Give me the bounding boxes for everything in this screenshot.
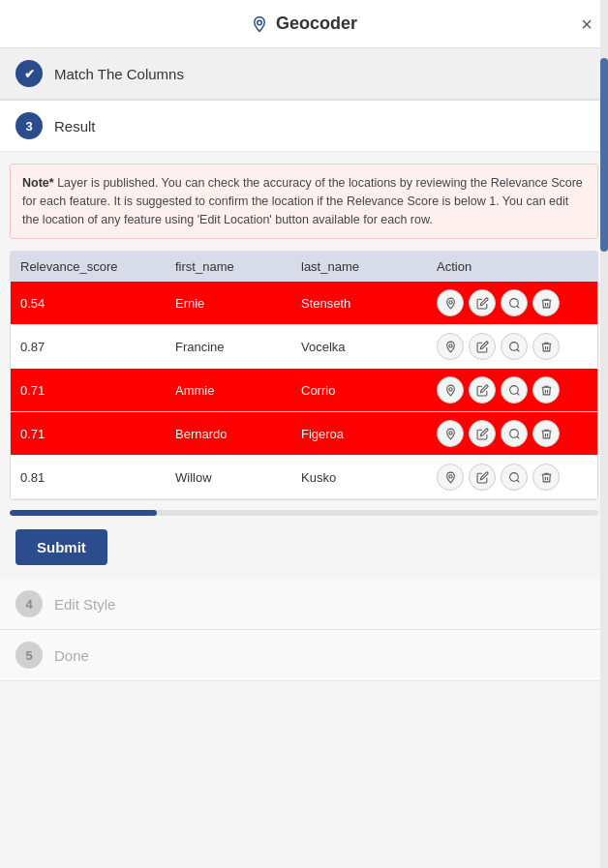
delete-button[interactable] — [532, 376, 560, 404]
scrollbar-thumb[interactable] — [600, 58, 608, 252]
step-match-badge: ✔ — [15, 60, 43, 87]
location-icon — [444, 341, 457, 353]
pencil-icon — [476, 384, 489, 397]
zoom-icon — [508, 341, 521, 353]
delete-button[interactable] — [532, 420, 560, 447]
location-icon — [444, 384, 457, 397]
header-title: Geocoder — [251, 14, 357, 34]
svg-point-11 — [509, 429, 518, 437]
zoom-button[interactable] — [501, 376, 528, 404]
cell-lastname: Kusko — [301, 470, 437, 485]
zoom-icon — [508, 471, 521, 484]
col-relevance: Relevance_score — [20, 259, 175, 274]
zoom-button[interactable] — [501, 333, 528, 360]
edit-button[interactable] — [469, 289, 496, 316]
location-button[interactable] — [437, 289, 464, 316]
table-row: 0.71 Bernardo Figeroa — [11, 412, 597, 456]
svg-point-14 — [509, 472, 518, 481]
action-cell — [437, 376, 588, 404]
action-cell — [437, 333, 588, 360]
step-edit-style-label: Edit Style — [54, 596, 115, 613]
pencil-icon — [476, 297, 489, 310]
delete-button[interactable] — [532, 289, 560, 316]
svg-line-9 — [517, 393, 519, 395]
close-button[interactable]: × — [581, 13, 593, 35]
location-icon — [444, 471, 457, 484]
pencil-icon — [476, 341, 489, 353]
geocoder-icon — [251, 15, 268, 33]
location-button[interactable] — [437, 333, 464, 360]
cell-firstname: Bernardo — [175, 427, 301, 441]
location-button[interactable] — [437, 420, 464, 447]
svg-point-1 — [448, 301, 451, 304]
zoom-button[interactable] — [501, 289, 528, 316]
svg-line-6 — [517, 349, 519, 351]
header: Geocoder × — [0, 0, 608, 48]
col-lastname: last_name — [301, 259, 437, 274]
note-text: Layer is published. You can check the ac… — [22, 176, 583, 226]
action-cell — [437, 420, 588, 447]
svg-point-4 — [448, 344, 451, 347]
cell-lastname: Corrio — [301, 383, 437, 398]
zoom-button[interactable] — [501, 420, 528, 447]
svg-point-5 — [509, 342, 518, 350]
cell-score: 0.81 — [20, 470, 175, 485]
pencil-icon — [476, 471, 489, 484]
table-row: 0.87 Francine Vocelka — [11, 325, 597, 369]
zoom-icon — [508, 297, 521, 310]
step-result: 3 Result — [0, 101, 608, 152]
cell-firstname: Ernie — [175, 296, 301, 311]
cell-firstname: Ammie — [175, 383, 301, 398]
action-cell — [437, 289, 588, 316]
cell-lastname: Figeroa — [301, 427, 437, 441]
table-body: 0.54 Ernie Stenseth 0.87 Franci — [11, 282, 597, 499]
step-result-label: Result — [54, 118, 96, 135]
zoom-button[interactable] — [501, 464, 528, 491]
trash-icon — [540, 297, 553, 310]
action-cell — [437, 464, 588, 491]
step-done: 5 Done — [0, 630, 608, 681]
cell-firstname: Willow — [175, 470, 301, 485]
svg-point-0 — [258, 20, 262, 25]
svg-point-7 — [448, 388, 451, 391]
cell-score: 0.54 — [20, 296, 175, 311]
submit-area: Submit — [0, 516, 608, 579]
svg-point-13 — [448, 475, 451, 478]
step-edit-style: 4 Edit Style — [0, 579, 608, 630]
check-icon: ✔ — [24, 67, 35, 81]
table-header: Relevance_score first_name last_name Act… — [11, 252, 597, 282]
col-action: Action — [437, 259, 588, 274]
submit-button[interactable]: Submit — [15, 529, 107, 565]
trash-icon — [540, 471, 553, 484]
results-table: Relevance_score first_name last_name Act… — [10, 251, 598, 500]
delete-button[interactable] — [532, 464, 560, 491]
scrollbar-track[interactable] — [600, 0, 608, 868]
edit-button[interactable] — [469, 376, 496, 404]
step-done-label: Done — [54, 647, 89, 664]
delete-button[interactable] — [532, 333, 560, 360]
step-edit-style-badge: 4 — [15, 590, 43, 617]
trash-icon — [540, 341, 553, 353]
cell-lastname: Stenseth — [301, 296, 437, 311]
svg-point-10 — [448, 432, 451, 434]
svg-point-8 — [509, 385, 518, 394]
step-result-badge: 3 — [15, 112, 43, 139]
svg-line-15 — [517, 480, 519, 482]
cell-score: 0.71 — [20, 427, 175, 441]
trash-icon — [540, 428, 553, 440]
cell-score: 0.71 — [20, 383, 175, 398]
step-done-badge: 5 — [15, 642, 43, 669]
location-icon — [444, 297, 457, 310]
svg-line-12 — [517, 436, 519, 438]
cell-lastname: Vocelka — [301, 340, 437, 354]
location-button[interactable] — [437, 464, 464, 491]
svg-point-2 — [509, 298, 518, 307]
edit-button[interactable] — [469, 333, 496, 360]
edit-button[interactable] — [469, 420, 496, 447]
col-firstname: first_name — [175, 259, 301, 274]
zoom-icon — [508, 428, 521, 440]
location-button[interactable] — [437, 376, 464, 404]
cell-score: 0.87 — [20, 340, 175, 354]
edit-button[interactable] — [469, 464, 496, 491]
cell-firstname: Francine — [175, 340, 301, 354]
